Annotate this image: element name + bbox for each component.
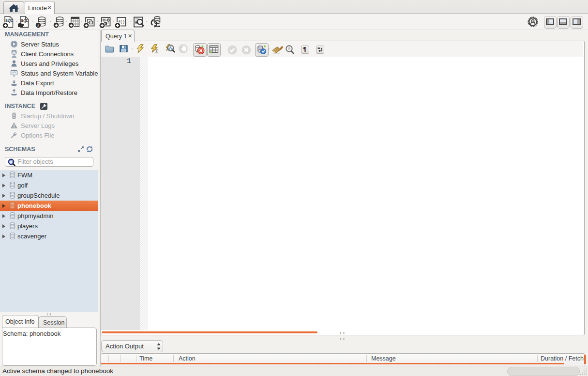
svg-text:( ): ( ) xyxy=(121,19,124,24)
svg-text:i: i xyxy=(37,23,39,28)
svg-text:SQL: SQL xyxy=(5,18,13,23)
svg-text:SQL: SQL xyxy=(21,18,29,23)
